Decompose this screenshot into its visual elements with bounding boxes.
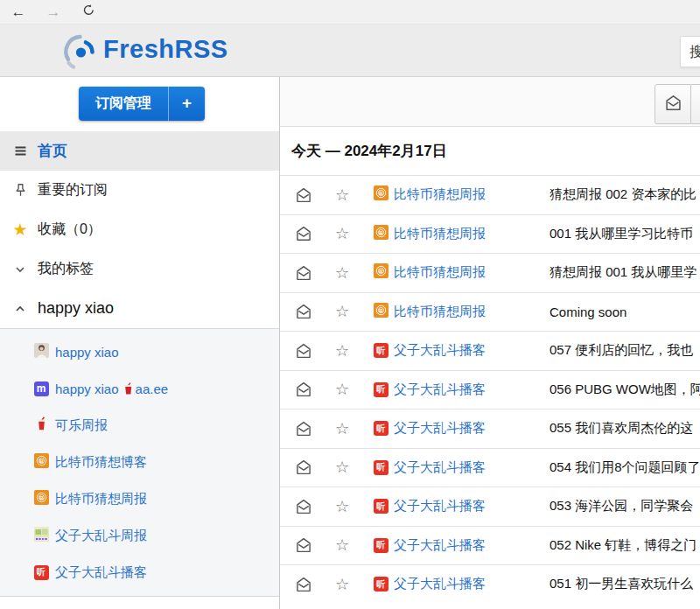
article-feed-link[interactable]: 父子大乱斗播客 [394, 420, 540, 437]
article-title[interactable]: Coming soon [550, 304, 700, 319]
article-feed-link[interactable]: 父子大乱斗播客 [394, 498, 540, 514]
listen-icon: 听 [374, 343, 388, 358]
mark-read-button[interactable] [295, 458, 312, 476]
bitcoin-icon: B [374, 263, 388, 282]
sidebar-item-label: 收藏（0） [38, 220, 102, 239]
feed-label: 比特币猜想周报 [55, 491, 147, 508]
search-input[interactable]: 搜索 [680, 36, 700, 67]
bitcoin-icon: B [34, 453, 49, 472]
article-feed-link[interactable]: 比特币猜想周报 [394, 304, 540, 320]
sidebar-item-home[interactable]: 首页 [0, 131, 279, 171]
article-feed-link[interactable]: 父子大乱斗播客 [394, 576, 540, 592]
back-button[interactable]: ← [5, 4, 32, 21]
listen-icon: 听 [374, 577, 388, 592]
article-title[interactable]: 001 我从哪里学习比特币 [550, 226, 700, 242]
refresh-button[interactable] [75, 4, 102, 21]
mark-read-button[interactable] [295, 264, 312, 282]
star-button[interactable]: ☆ [333, 304, 351, 319]
article-title[interactable]: 051 初一男生喜欢玩什么 [550, 576, 700, 592]
mark-read-button[interactable] [295, 342, 312, 360]
cup-icon [123, 382, 133, 395]
article-row: ☆听父子大乱斗播客051 初一男生喜欢玩什么 [280, 564, 700, 604]
article-row: ☆听父子大乱斗播客053 海洋公园，同学聚会 [280, 486, 700, 526]
forward-button[interactable]: → [40, 4, 66, 21]
star-button[interactable]: ☆ [333, 459, 351, 475]
listen-icon: 听 [374, 538, 388, 553]
star-button[interactable]: ☆ [333, 577, 351, 592]
sidebar-feed-item[interactable]: 听父子大乱斗播客 [0, 554, 279, 591]
mark-read-button[interactable] [295, 536, 312, 554]
sidebar-category-label: happy xiao [38, 299, 114, 318]
star-button[interactable]: ☆ [333, 499, 351, 514]
sidebar-feed-item[interactable]: 父子大乱斗周报 [0, 517, 279, 554]
article-title[interactable]: 055 我们喜欢周杰伦的这 [550, 420, 700, 437]
sidebar-feed-item[interactable]: happy xiao [0, 333, 279, 370]
article-feed-link[interactable]: 比特币猜想周报 [394, 186, 540, 203]
add-feed-button[interactable]: + [168, 87, 205, 121]
chevron-up-icon [10, 302, 30, 316]
star-button[interactable]: ☆ [333, 226, 351, 242]
svg-text:B: B [39, 458, 44, 463]
main-panel: 今天 — 2024年2月17日 ☆B比特币猜想周报猜想周报 002 资本家的比☆… [280, 77, 700, 609]
article-feed-link[interactable]: 父子大乱斗播客 [394, 382, 540, 398]
sidebar-item-important[interactable]: 重要的订阅 [0, 171, 279, 210]
article-feed-link[interactable]: 比特币猜想周报 [394, 226, 540, 242]
read-filter-button[interactable] [654, 84, 691, 124]
sidebar-feed-item[interactable]: B比特币猜想周报 [0, 480, 279, 517]
article-feed-link[interactable]: 父子大乱斗播客 [394, 459, 540, 476]
sidebar-feed-item[interactable]: B比特币猜想博客 [0, 444, 279, 480]
bitcoin-icon: B [374, 303, 388, 321]
mark-read-button[interactable] [295, 225, 312, 242]
subscription-button-zone: 订阅管理 + [0, 77, 279, 131]
star-button[interactable]: ☆ [333, 421, 351, 437]
article-row: ☆B比特币猜想周报Coming soon [280, 292, 700, 332]
listen-icon: 听 [374, 421, 388, 436]
bitcoin-icon: B [374, 186, 388, 204]
mark-read-button[interactable] [295, 420, 312, 438]
article-row: ☆B比特币猜想周报猜想周报 002 资本家的比 [280, 175, 700, 214]
sidebar-category-happy-xiao[interactable]: happy xiao [0, 289, 279, 328]
mark-read-button[interactable] [295, 186, 312, 204]
article-title[interactable]: 猜想周报 002 资本家的比 [550, 186, 700, 203]
listen-icon: 听 [374, 499, 388, 514]
article-title[interactable]: 053 海洋公园，同学聚会 [550, 498, 700, 514]
star-icon: ★ [10, 221, 30, 238]
mark-read-button[interactable] [295, 381, 312, 398]
app-title[interactable]: FreshRSS [103, 35, 228, 64]
article-title[interactable]: 猜想周报 001 我从哪里学 [550, 264, 700, 281]
toolbar-secondary-button[interactable] [691, 84, 700, 124]
star-button[interactable]: ☆ [333, 187, 351, 203]
mark-read-button[interactable] [295, 576, 312, 593]
sidebar-item-my-tags[interactable]: 我的标签 [0, 249, 279, 289]
feed-label: 父子大乱斗周报 [55, 528, 147, 544]
feed-label: 父子大乱斗播客 [55, 564, 147, 581]
article-feed-link[interactable]: 比特币猜想周报 [394, 264, 540, 281]
article-feed-link[interactable]: 父子大乱斗播客 [394, 342, 540, 359]
mark-read-button[interactable] [295, 498, 312, 515]
sidebar-item-label: 重要的订阅 [38, 181, 108, 200]
mark-read-button[interactable] [295, 303, 312, 320]
sidebar-feed-item[interactable]: 可乐周报 [0, 407, 279, 444]
main-toolbar [280, 77, 700, 127]
article-row: ☆听父子大乱斗播客054 我们用8个问题回顾了 [280, 448, 700, 487]
listen-icon: 听 [34, 565, 49, 580]
star-button[interactable]: ☆ [333, 265, 351, 281]
sidebar-item-favorites[interactable]: ★ 收藏（0） [0, 210, 279, 249]
star-button[interactable]: ☆ [333, 343, 351, 359]
article-title[interactable]: 052 Nike 钉鞋，博得之门 [550, 537, 700, 554]
manage-subscriptions-button[interactable]: 订阅管理 [79, 87, 168, 121]
star-button[interactable]: ☆ [333, 382, 351, 397]
feed-label: 可乐周报 [55, 417, 108, 434]
sidebar-feed-item[interactable]: mhappy xiaoaa.ee [0, 370, 279, 407]
article-row: ☆听父子大乱斗播客052 Nike 钉鞋，博得之门 [280, 526, 700, 565]
article-feed-link[interactable]: 父子大乱斗播客 [394, 537, 540, 554]
article-row: ☆听父子大乱斗播客057 便利店的回忆，我也 [280, 331, 700, 370]
article-title[interactable]: 056 PUBG WOW地图，阿 [550, 382, 700, 398]
star-button[interactable]: ☆ [333, 537, 351, 553]
article-title[interactable]: 054 我们用8个问题回顾了 [550, 459, 700, 476]
mastodon-icon: m [34, 382, 49, 396]
article-title[interactable]: 057 便利店的回忆，我也 [550, 342, 700, 359]
toolbar-button-group [654, 84, 700, 124]
freshrss-logo-icon[interactable] [61, 31, 102, 71]
article-row: ☆B比特币猜想周报猜想周报 001 我从哪里学 [280, 253, 700, 292]
